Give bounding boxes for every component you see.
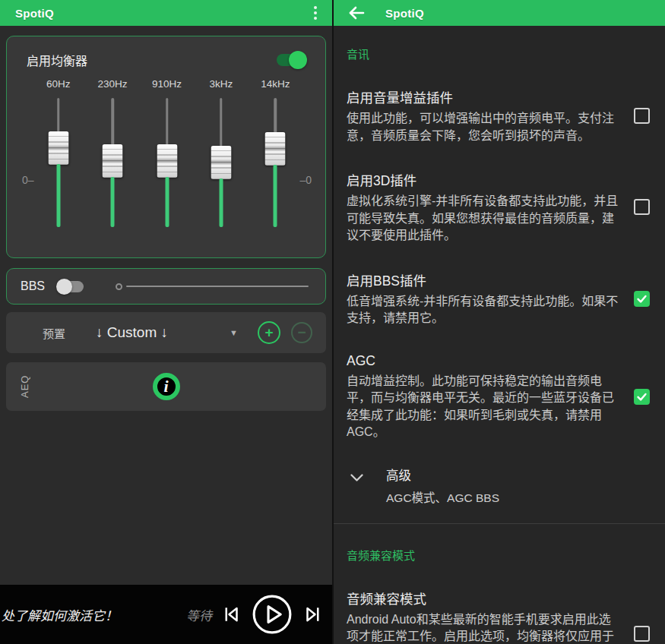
aeq-info-button[interactable]: i bbox=[153, 373, 180, 400]
enable-equalizer-toggle[interactable] bbox=[277, 54, 306, 66]
band-frequency-label: 910Hz bbox=[140, 78, 194, 90]
slider-track-upper bbox=[220, 98, 223, 149]
marquee-text: 处了解如何激活它！ bbox=[2, 605, 118, 624]
settings-item-text: AGC 自动增益控制。此功能可保持稳定的输出音频电平，而与均衡器电平无关。最近的… bbox=[347, 353, 634, 441]
slider-knob[interactable] bbox=[157, 144, 177, 178]
add-preset-button[interactable]: + bbox=[258, 321, 280, 344]
slider-knob[interactable] bbox=[211, 146, 231, 179]
preset-dropdown-icon[interactable]: ▼ bbox=[230, 328, 238, 337]
zero-mark-left: 0– bbox=[22, 174, 34, 186]
section-header-audio: 音讯 bbox=[347, 46, 650, 62]
settings-checkbox[interactable] bbox=[634, 108, 650, 124]
eq-band: 910Hz bbox=[140, 78, 194, 227]
slider-knob[interactable] bbox=[48, 131, 68, 165]
preset-selector[interactable]: ↓ Custom ↓ bbox=[96, 324, 168, 341]
slider-track-lower bbox=[165, 177, 169, 227]
enable-equalizer-label: 启用均衡器 bbox=[27, 51, 87, 69]
check-icon bbox=[635, 390, 648, 403]
preset-card: 预置 ↓ Custom ↓ ▼ + − bbox=[6, 312, 326, 353]
settings-checkbox[interactable] bbox=[634, 199, 650, 215]
equalizer-screen: SpotiQ 启用均衡器 60Hz 230Hz 910Hz bbox=[0, 0, 332, 644]
settings-item-text: 启用音量增益插件 使用此功能，可以增强输出中的音频电平。支付注意，音频质量会下降… bbox=[347, 87, 634, 144]
settings-checkbox[interactable] bbox=[634, 626, 650, 642]
screenshot-root: SpotiQ 启用均衡器 60Hz 230Hz 910Hz bbox=[0, 0, 665, 644]
band-frequency-label: 14kHz bbox=[249, 78, 302, 90]
skip-next-icon[interactable] bbox=[302, 603, 325, 626]
slider-track-lower bbox=[111, 177, 115, 227]
skip-previous-icon[interactable] bbox=[220, 603, 242, 626]
slider-track-lower bbox=[56, 164, 60, 227]
settings-item-title: 启用3D插件 bbox=[347, 170, 622, 189]
settings-item-title: 启用BBS插件 bbox=[347, 270, 622, 289]
equalizer-content: 启用均衡器 60Hz 230Hz 910Hz 3kHz bbox=[0, 26, 332, 644]
compat-settings-list: 音频兼容模式 Android Auto和某些最新的智能手机要求启用此选项才能正常… bbox=[347, 589, 650, 644]
app-title: SpotiQ bbox=[15, 7, 54, 20]
left-toolbar: SpotiQ bbox=[0, 0, 332, 26]
delete-preset-button[interactable]: − bbox=[291, 322, 312, 343]
equalizer-card: 启用均衡器 60Hz 230Hz 910Hz 3kHz bbox=[6, 36, 326, 258]
settings-item-description: 低音增强系统-并非所有设备都支持此功能。如果不支持，请禁用它。 bbox=[347, 293, 622, 327]
eq-band-slider[interactable] bbox=[264, 96, 287, 227]
slider-thumb[interactable] bbox=[116, 283, 122, 290]
slider-track-upper bbox=[274, 98, 277, 135]
settings-item-text: 启用BBS插件 低音增强系统-并非所有设备都支持此功能。如果不支持，请禁用它。 bbox=[347, 270, 634, 327]
slider-knob[interactable] bbox=[265, 132, 286, 166]
marquee-text-waiting: 等待 bbox=[186, 605, 212, 624]
zero-mark-right: –0 bbox=[299, 174, 312, 186]
section-divider bbox=[334, 523, 665, 524]
section-header-compat: 音频兼容模式 bbox=[347, 547, 650, 563]
eq-band-slider[interactable] bbox=[47, 96, 70, 227]
band-frequency-label: 3kHz bbox=[194, 78, 248, 90]
enable-equalizer-row: 启用均衡器 bbox=[7, 36, 325, 69]
slider-track-lower bbox=[274, 165, 277, 227]
overflow-menu-icon[interactable] bbox=[309, 3, 321, 23]
slider-track-upper bbox=[111, 98, 114, 147]
settings-checkbox[interactable] bbox=[634, 291, 650, 307]
settings-item[interactable]: 启用3D插件 虚拟化系统引擎-并非所有设备都支持此功能，并且可能导致失真。如果您… bbox=[347, 170, 650, 245]
settings-content: 音讯 启用音量增益插件 使用此功能，可以增强输出中的音频电平。支付注意，音频质量… bbox=[334, 26, 665, 644]
eq-band-slider[interactable] bbox=[156, 96, 179, 227]
eq-bands: 60Hz 230Hz 910Hz 3kHz 14kHz bbox=[7, 69, 325, 227]
settings-item[interactable]: 音频兼容模式 Android Auto和某些最新的智能手机要求启用此选项才能正常… bbox=[347, 589, 650, 644]
play-button-icon[interactable] bbox=[252, 594, 293, 635]
settings-item-description: Android Auto和某些最新的智能手机要求启用此选项才能正常工作。启用此选… bbox=[347, 611, 622, 644]
band-frequency-label: 60Hz bbox=[31, 78, 85, 90]
advanced-title: 高级 bbox=[386, 466, 499, 484]
advanced-settings-row[interactable]: 高级 AGC模式、AGC BBS bbox=[347, 466, 650, 505]
back-arrow-icon[interactable] bbox=[347, 5, 366, 21]
settings-title: SpotiQ bbox=[385, 7, 424, 20]
bbs-card: BBS bbox=[6, 268, 326, 305]
settings-item-title: 音频兼容模式 bbox=[347, 589, 622, 608]
settings-screen: SpotiQ 音讯 启用音量增益插件 使用此功能，可以增强输出中的音频电平。支付… bbox=[332, 0, 665, 644]
info-icon: i bbox=[163, 378, 168, 395]
eq-band-slider[interactable] bbox=[210, 96, 233, 227]
eq-band-slider[interactable] bbox=[101, 96, 124, 227]
settings-item-title: 启用音量增益插件 bbox=[347, 87, 622, 106]
toggle-knob bbox=[289, 51, 307, 69]
settings-item[interactable]: AGC 自动增益控制。此功能可保持稳定的输出音频电平，而与均衡器电平无关。最近的… bbox=[347, 353, 650, 441]
player-bar: 处了解如何激活它！ 等待 bbox=[0, 585, 332, 644]
settings-item-title: AGC bbox=[347, 353, 622, 369]
slider-knob[interactable] bbox=[103, 144, 123, 178]
band-frequency-label: 230Hz bbox=[85, 78, 139, 90]
audio-settings-list: 启用音量增益插件 使用此功能，可以增强输出中的音频电平。支付注意，音频质量会下降… bbox=[347, 87, 650, 441]
slider-track-lower bbox=[219, 178, 223, 227]
chevron-down-icon bbox=[350, 472, 363, 485]
aeq-label: AEQ bbox=[6, 362, 43, 411]
toggle-knob bbox=[56, 279, 72, 295]
media-controls bbox=[220, 594, 325, 635]
eq-band: 3kHz bbox=[194, 78, 248, 227]
advanced-subtitle: AGC模式、AGC BBS bbox=[386, 488, 499, 505]
bbs-strength-slider[interactable] bbox=[116, 283, 309, 290]
aeq-card: AEQ i bbox=[6, 362, 326, 411]
bbs-toggle[interactable] bbox=[58, 281, 84, 292]
settings-item-description: 虚拟化系统引擎-并非所有设备都支持此功能，并且可能导致失真。如果您想获得最佳的音… bbox=[347, 193, 622, 245]
settings-item-text: 启用3D插件 虚拟化系统引擎-并非所有设备都支持此功能，并且可能导致失真。如果您… bbox=[347, 170, 634, 245]
settings-item[interactable]: 启用音量增益插件 使用此功能，可以增强输出中的音频电平。支付注意，音频质量会下降… bbox=[347, 87, 650, 144]
settings-item-description: 自动增益控制。此功能可保持稳定的输出音频电平，而与均衡器电平无关。最近的一些蓝牙… bbox=[347, 373, 622, 441]
bbs-label: BBS bbox=[21, 279, 45, 293]
settings-checkbox[interactable] bbox=[634, 389, 650, 405]
settings-item[interactable]: 启用BBS插件 低音增强系统-并非所有设备都支持此功能。如果不支持，请禁用它。 bbox=[347, 270, 650, 327]
eq-band: 60Hz bbox=[31, 78, 85, 227]
slider-track-upper bbox=[166, 98, 169, 147]
